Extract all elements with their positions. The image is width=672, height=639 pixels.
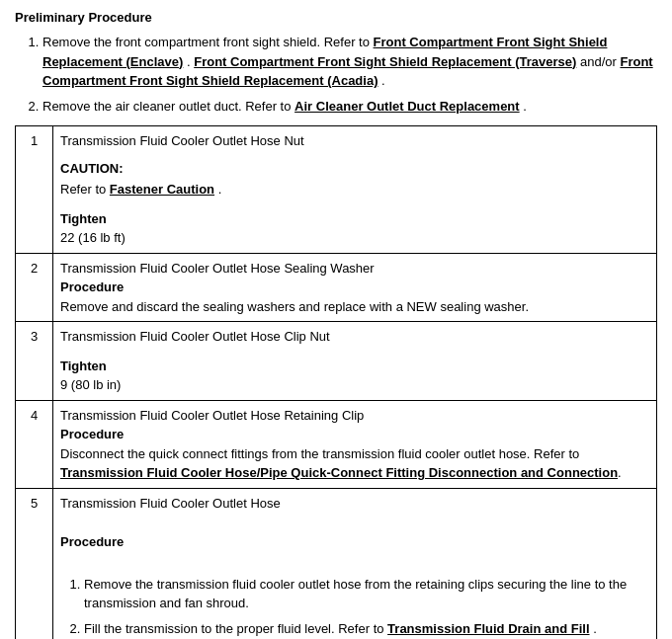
step4-procedure-label: Procedure — [60, 425, 649, 444]
step-number-5: 5 — [16, 488, 53, 639]
prelim-link-air-cleaner[interactable]: Air Cleaner Outlet Duct Replacement — [294, 99, 520, 114]
step-content-1: Transmission Fluid Cooler Outlet Hose Nu… — [53, 126, 657, 254]
step5-sub-2: Fill the transmission to the proper flui… — [84, 619, 649, 639]
step-number-4: 4 — [16, 400, 53, 488]
step5-item: Transmission Fluid Cooler Outlet Hose — [60, 494, 649, 514]
step2-procedure-text: Remove and discard the sealing washers a… — [60, 297, 649, 317]
step1-item: Transmission Fluid Cooler Outlet Hose Nu… — [60, 133, 304, 148]
table-row: 2 Transmission Fluid Cooler Outlet Hose … — [16, 253, 657, 322]
step1-tighten-label: Tighten — [60, 209, 649, 229]
step5-procedure-label: Procedure — [60, 532, 649, 552]
prelim-step-2: Remove the air cleaner outlet duct. Refe… — [42, 97, 657, 117]
step2-procedure-label: Procedure — [60, 278, 649, 297]
step5-sub-list: Remove the transmission fluid cooler out… — [60, 575, 649, 640]
step2-item: Transmission Fluid Cooler Outlet Hose Se… — [60, 259, 649, 279]
procedure-table: 1 Transmission Fluid Cooler Outlet Hose … — [15, 125, 657, 639]
step-number-2: 2 — [16, 253, 53, 322]
step4-item: Transmission Fluid Cooler Outlet Hose Re… — [60, 406, 649, 426]
step4-quick-connect-link[interactable]: Transmission Fluid Cooler Hose/Pipe Quic… — [60, 465, 618, 480]
step-number-1: 1 — [16, 126, 53, 254]
step-content-5: Transmission Fluid Cooler Outlet Hose Pr… — [53, 488, 657, 639]
step1-fastener-link[interactable]: Fastener Caution — [110, 182, 214, 197]
preliminary-steps: Remove the front compartment front sight… — [15, 33, 657, 116]
step3-tighten-label: Tighten — [60, 357, 649, 376]
step3-tighten-value: 9 (80 lb in) — [60, 375, 649, 395]
step-content-4: Transmission Fluid Cooler Outlet Hose Re… — [53, 400, 657, 488]
table-row: 5 Transmission Fluid Cooler Outlet Hose … — [16, 488, 657, 639]
step5-sub-1: Remove the transmission fluid cooler out… — [84, 575, 649, 613]
step1-caution-body: Refer to Fastener Caution . — [60, 180, 649, 200]
table-row: 1 Transmission Fluid Cooler Outlet Hose … — [16, 126, 657, 254]
step1-tighten-value: 22 (16 lb ft) — [60, 228, 649, 248]
step1-caution-label: CAUTION: — [60, 159, 649, 179]
prelim-step-1: Remove the front compartment front sight… — [42, 33, 657, 91]
prelim-link-traverse[interactable]: Front Compartment Front Sight Shield Rep… — [194, 54, 576, 69]
step-content-3: Transmission Fluid Cooler Outlet Hose Cl… — [53, 322, 657, 401]
step3-item: Transmission Fluid Cooler Outlet Hose Cl… — [60, 327, 649, 347]
step4-procedure-body: Disconnect the quick connect fittings fr… — [60, 444, 649, 483]
step-number-3: 3 — [16, 322, 53, 401]
step5-drain-fill-link[interactable]: Transmission Fluid Drain and Fill — [387, 621, 589, 636]
table-row: 3 Transmission Fluid Cooler Outlet Hose … — [16, 322, 657, 401]
page-title: Preliminary Procedure — [15, 10, 657, 25]
table-row: 4 Transmission Fluid Cooler Outlet Hose … — [16, 400, 657, 488]
step-content-2: Transmission Fluid Cooler Outlet Hose Se… — [53, 253, 657, 322]
